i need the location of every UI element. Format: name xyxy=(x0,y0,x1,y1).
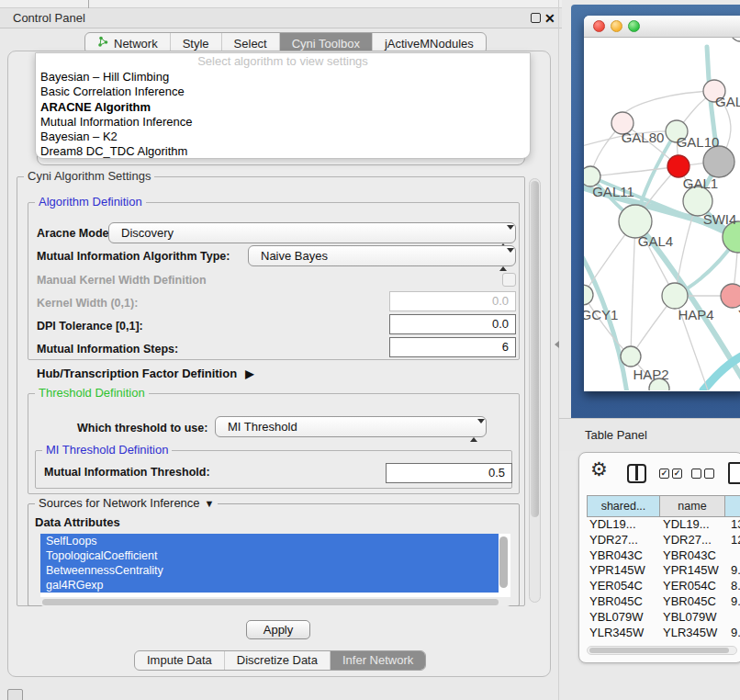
deselect-all-checkboxes-icon[interactable] xyxy=(691,469,714,479)
hub-definition-label: Hub/Transcription Factor Definition xyxy=(37,367,237,380)
table-row[interactable]: YBL079WYBL079W xyxy=(587,610,740,626)
network-edge[interactable] xyxy=(631,221,635,356)
mi-steps-label: Mutual Information Steps: xyxy=(37,342,178,356)
network-node[interactable] xyxy=(721,284,740,308)
table-cell: YPR145W xyxy=(660,563,726,579)
tab-label: Style xyxy=(183,37,209,51)
table-panel: ⚙ ✓✓ shared...nameA YDL19...YDL19...13YD… xyxy=(578,452,740,663)
table-cell: YIL053C xyxy=(660,640,726,642)
node-label: GAL4 xyxy=(638,233,673,249)
column-header[interactable]: shared... xyxy=(587,495,660,517)
table-cell: YER054C xyxy=(587,579,660,594)
dpi-tolerance-field[interactable]: 0.0 xyxy=(389,314,516,334)
network-view-canvas[interactable]: GALGAL80GAL10GAL1GAL11SWI4GAL4GCY1HAP4YH… xyxy=(584,38,740,390)
node-label: GAL1 xyxy=(683,175,718,191)
network-edge[interactable] xyxy=(621,91,714,123)
table-row[interactable]: YBR045CYBR045C9. xyxy=(587,594,740,610)
algorithm-option[interactable]: Bayesian – Hill Climbing xyxy=(36,70,530,85)
table-horizontal-scrollbar[interactable] xyxy=(587,646,737,655)
mi-algorithm-type-value: Naive Bayes xyxy=(261,249,328,263)
close-icon[interactable]: ✕ xyxy=(544,8,555,28)
table-cell: 9. xyxy=(726,626,740,641)
node-label: HAP2 xyxy=(633,367,668,382)
aracne-mode-select[interactable]: Discovery xyxy=(108,222,516,243)
splitter-collapse-icon[interactable] xyxy=(555,341,559,348)
dock-panel-icon[interactable] xyxy=(7,689,23,700)
mi-algorithm-type-select[interactable]: Naive Bayes xyxy=(248,245,516,266)
table-cell: YLR345W xyxy=(660,626,726,641)
data-attributes-list: SelfLoopsTopologicalCoefficientBetweenne… xyxy=(40,534,510,597)
attributes-horizontal-scrollbar[interactable] xyxy=(40,598,510,606)
minimize-traffic-light-icon[interactable] xyxy=(611,20,622,32)
table-cell: 8. xyxy=(726,579,740,594)
network-node[interactable] xyxy=(584,285,593,305)
network-node[interactable] xyxy=(703,146,734,177)
attribute-item[interactable]: BetweennessCentrality xyxy=(40,563,499,578)
network-edge[interactable] xyxy=(584,295,631,356)
gear-icon[interactable]: ⚙ xyxy=(590,458,608,480)
zoom-traffic-light-icon[interactable] xyxy=(628,20,640,32)
tab-discretize-data[interactable]: Discretize Data xyxy=(224,651,330,670)
network-node[interactable] xyxy=(667,155,690,177)
network-window: GALGAL80GAL10GAL1GAL11SWI4GAL4GCY1HAP4YH… xyxy=(584,16,740,391)
tab-infer-network[interactable]: Infer Network xyxy=(330,651,425,670)
node-label: GAL80 xyxy=(622,130,665,145)
algorithm-definition-title: Algorithm Definition xyxy=(35,196,146,209)
new-table-icon[interactable] xyxy=(728,462,740,484)
which-threshold-select[interactable]: MI Threshold xyxy=(215,416,487,437)
attributes-vertical-scrollbar[interactable] xyxy=(499,536,509,593)
table-row[interactable]: YBR043CYBR043C xyxy=(587,548,740,564)
algorithm-option[interactable]: Dream8 DC_TDC Algorithm xyxy=(36,144,530,159)
network-window-frame: GALGAL80GAL10GAL1GAL11SWI4GAL4GCY1HAP4YH… xyxy=(571,5,740,418)
manual-kernel-width-checkbox[interactable] xyxy=(502,273,516,287)
attribute-item[interactable]: gal4RGexp xyxy=(40,578,499,593)
table-row[interactable]: YPR145WYPR145W9. xyxy=(587,563,740,579)
table-row[interactable]: YDR27...YDR27...12 xyxy=(587,533,740,548)
close-traffic-light-icon[interactable] xyxy=(593,20,605,32)
table-body: YDL19...YDL19...13YDR27...YDR27...12YBR0… xyxy=(587,517,740,642)
network-node[interactable] xyxy=(731,38,740,41)
tab-label: jActiveMNodules xyxy=(385,37,474,51)
top-strip xyxy=(0,0,562,8)
apply-button[interactable]: Apply xyxy=(246,620,310,639)
tab-label: Network xyxy=(114,37,158,51)
mi-steps-field[interactable]: 6 xyxy=(389,337,516,357)
table-cell: YBR045C xyxy=(587,594,660,610)
column-header[interactable]: A xyxy=(724,495,740,517)
table-cell: YBL079W xyxy=(660,610,726,626)
table-cell: YBL079W xyxy=(587,610,660,626)
node-label: GAL10 xyxy=(677,134,720,150)
table-cell xyxy=(726,548,740,564)
column-header[interactable]: name xyxy=(659,495,725,517)
select-all-checkboxes-icon[interactable]: ✓✓ xyxy=(659,469,682,479)
attribute-item[interactable]: SelfLoops xyxy=(40,534,499,548)
top-strip-tick xyxy=(88,0,89,8)
table-row[interactable]: YIL053CYIL053C9 xyxy=(587,640,740,642)
table-cell: YBR043C xyxy=(660,548,726,564)
network-node[interactable] xyxy=(662,283,688,309)
float-window-icon[interactable] xyxy=(531,13,541,23)
table-row[interactable]: YLR345WYLR345W9. xyxy=(587,626,740,641)
algorithm-option[interactable]: Basic Correlation Inference xyxy=(36,85,530,99)
network-node[interactable] xyxy=(621,346,641,367)
settings-vertical-scrollbar[interactable] xyxy=(529,178,541,603)
tab-impute-data[interactable]: Impute Data xyxy=(135,651,224,670)
mi-threshold-field[interactable]: 0.5 xyxy=(386,463,512,483)
algorithm-dropdown-placeholder: Select algorithm to view settings xyxy=(36,53,530,70)
table-cell xyxy=(726,610,740,626)
algorithm-option[interactable]: Bayesian – K2 xyxy=(36,130,530,144)
table-row[interactable]: YER054CYER054C8. xyxy=(587,579,740,594)
network-window-titlebar[interactable] xyxy=(584,16,740,38)
network-edge[interactable] xyxy=(590,166,678,176)
table-cell: YBR043C xyxy=(587,548,660,564)
sources-group-title[interactable]: Sources for Network Inference▼ xyxy=(35,497,218,510)
mi-threshold-group-title: MI Threshold Definition xyxy=(42,444,172,457)
hub-definition-expander[interactable]: Hub/Transcription Factor Definition▶ xyxy=(37,367,253,380)
algorithm-option[interactable]: Mutual Information Inference xyxy=(36,115,530,130)
kernel-width-field[interactable]: 0.0 xyxy=(389,291,516,311)
attribute-item[interactable]: TopologicalCoefficient xyxy=(40,548,499,563)
algorithm-option[interactable]: ARACNE Algorithm xyxy=(36,100,530,115)
columns-icon[interactable] xyxy=(627,464,646,483)
spinner-arrows-icon xyxy=(470,421,478,440)
table-row[interactable]: YDL19...YDL19...13 xyxy=(587,517,740,533)
